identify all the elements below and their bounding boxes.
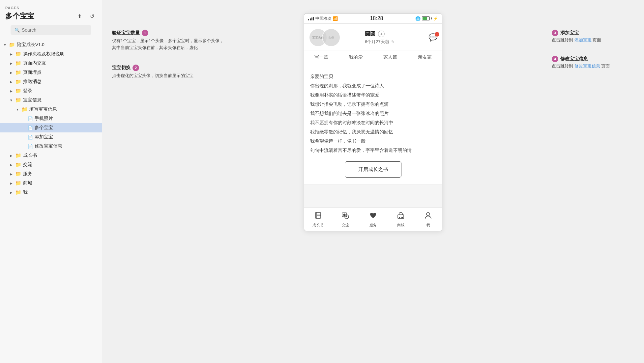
avatar-stack[interactable]: 宝宝头像 头像 bbox=[309, 28, 342, 47]
search-icon: 🔍 bbox=[15, 28, 20, 33]
sidebar-item-root[interactable]: ▼📁陪宝成长V1.0 bbox=[0, 40, 102, 49]
search-input[interactable] bbox=[22, 27, 87, 33]
signal-bar-3 bbox=[311, 17, 312, 20]
add-baby-link[interactable]: 添加宝宝 bbox=[574, 38, 592, 42]
phone-tab-2[interactable]: 家人篇 bbox=[373, 50, 408, 65]
tree-arrow-service[interactable]: ▶ bbox=[9, 172, 14, 176]
annotation-block-2: 宝宝切换 2 点击虚化的宝宝头像，切换当前显示的宝宝 bbox=[112, 65, 224, 79]
nav-item-交流[interactable]: 交流 bbox=[332, 208, 360, 231]
svg-rect-8 bbox=[399, 217, 400, 218]
tree-label-me: 我 bbox=[23, 189, 28, 195]
phone-tab-0[interactable]: 写一章 bbox=[304, 50, 339, 65]
tree-arrow-baby-info[interactable]: ▼ bbox=[9, 98, 14, 102]
right-annotation-text-4: 点击跳转到 修改宝宝信息 页面 bbox=[552, 63, 634, 70]
pages-label: PAGES bbox=[5, 6, 97, 10]
sidebar-item-multi-baby[interactable]: 📄多个宝宝 bbox=[0, 123, 102, 132]
sidebar-title-row: 多个宝宝 ⬆ ↺ bbox=[5, 11, 97, 21]
folder-icon-page-interact: 📁 bbox=[15, 60, 21, 66]
sidebar-item-push[interactable]: ▶📁推送消息 bbox=[0, 77, 102, 86]
annotation-badge-3: 3 bbox=[552, 30, 558, 36]
edit-profile-icon[interactable]: ✎ bbox=[391, 40, 395, 44]
status-left: 中国移动 📶 bbox=[308, 16, 338, 21]
sidebar-item-shop[interactable]: ▶📁商城 bbox=[0, 179, 102, 188]
annotation-label-2: 宝宝切换 bbox=[112, 65, 131, 71]
sidebar-item-page-interact[interactable]: ▶📁页面内交互 bbox=[0, 59, 102, 68]
sidebar-item-fill-info[interactable]: ▼📁填写宝宝信息 bbox=[0, 105, 102, 114]
tree-arrow-shop[interactable]: ▶ bbox=[9, 181, 14, 185]
sidebar-item-exchange[interactable]: ▶📁交流 bbox=[0, 160, 102, 169]
tree-arrow-exchange[interactable]: ▶ bbox=[9, 162, 14, 167]
tree-label-page-interact: 页面内交互 bbox=[23, 60, 46, 66]
poem-line: 我想让指尖飞动，记录下拥有你的点滴 bbox=[310, 99, 436, 109]
tree-arrow-spacer-multi-baby bbox=[21, 126, 26, 130]
refresh-button[interactable]: ↺ bbox=[87, 12, 97, 21]
sidebar-item-me[interactable]: ▶📁我 bbox=[0, 188, 102, 197]
sidebar-item-edit-baby-info[interactable]: 📄修改宝宝信息 bbox=[0, 142, 102, 151]
sidebar-item-growth-book[interactable]: ▶📁成长书 bbox=[0, 151, 102, 160]
nav-icon-我 bbox=[424, 211, 432, 222]
sidebar-item-add-baby[interactable]: 📄添加宝宝 bbox=[0, 132, 102, 142]
export-button[interactable]: ⬆ bbox=[75, 12, 84, 21]
poem-line: 我拒绝零散的记忆，我厌恶无温情的回忆 bbox=[310, 127, 436, 136]
tree-label-growth-book: 成长书 bbox=[23, 153, 37, 158]
sidebar-item-service[interactable]: ▶📁服务 bbox=[0, 169, 102, 179]
phone-frame: 中国移动 📶 18:28 🌐 ⚡ 宝 bbox=[304, 13, 442, 231]
avatar-secondary[interactable]: 头像 bbox=[322, 28, 340, 47]
edit-baby-link[interactable]: 修改宝宝信息 bbox=[574, 64, 600, 69]
tree-arrow-page-track[interactable]: ▶ bbox=[9, 70, 14, 75]
phone-tab-1[interactable]: 我的爱 bbox=[339, 50, 373, 65]
nav-label-商城: 商城 bbox=[397, 223, 404, 228]
folder-icon-me: 📁 bbox=[15, 189, 21, 195]
nav-item-我[interactable]: 我 bbox=[414, 208, 442, 231]
profile-section: 宝宝头像 头像 圆圆 + 6个月27天啦 ✎ bbox=[304, 24, 442, 50]
right-annotation-block-3: 3 添加宝宝 点击跳转到 添加宝宝 页面 bbox=[552, 30, 634, 44]
tree-arrow-push[interactable]: ▶ bbox=[9, 79, 14, 84]
sidebar-tree: ▼📁陪宝成长V1.0▶📁操作流程及权限说明▶📁页面内交互▶📁页面埋点▶📁推送消息… bbox=[0, 40, 102, 363]
folder-icon-page-track: 📁 bbox=[15, 70, 21, 75]
svg-rect-7 bbox=[398, 215, 404, 218]
nav-icon-交流 bbox=[341, 211, 350, 222]
tree-arrow-root[interactable]: ▼ bbox=[3, 42, 7, 47]
annotation-block-1: 验证宝宝数量 1 仅有1个宝宝，显示1个头像，多个宝宝时，显示多个头像，其中当前… bbox=[112, 30, 224, 51]
tree-label-service: 服务 bbox=[23, 171, 32, 177]
nav-item-成长书[interactable]: 成长书 bbox=[304, 208, 332, 231]
message-badge: ! bbox=[435, 32, 439, 37]
wifi-icon: 📶 bbox=[333, 16, 338, 21]
phone-mockup: 中国移动 📶 18:28 🌐 ⚡ 宝 bbox=[304, 13, 442, 231]
nav-label-成长书: 成长书 bbox=[312, 223, 323, 228]
profile-age: 6个月27天啦 ✎ bbox=[365, 39, 395, 45]
age-text: 6个月27天啦 bbox=[365, 39, 389, 45]
tree-arrow-ops[interactable]: ▶ bbox=[9, 52, 14, 56]
sidebar-item-phone-photo[interactable]: 📄手机照片 bbox=[0, 114, 102, 123]
annotation-badge-2: 2 bbox=[132, 65, 139, 71]
right-annotation-title-3: 3 添加宝宝 bbox=[552, 30, 634, 36]
nav-label-交流: 交流 bbox=[342, 223, 349, 228]
add-baby-btn[interactable]: + bbox=[378, 31, 385, 37]
nav-icon-商城 bbox=[396, 211, 405, 222]
start-growth-book-button[interactable]: 开启成长之书 bbox=[345, 161, 401, 178]
tree-arrow-fill-info[interactable]: ▼ bbox=[15, 107, 20, 112]
poem-line: 我希望像诗一样，像书一般 bbox=[310, 136, 436, 146]
tree-label-shop: 商城 bbox=[23, 180, 32, 186]
sidebar-item-baby-info[interactable]: ▼📁宝宝信息 bbox=[0, 96, 102, 105]
sidebar-item-ops[interactable]: ▶📁操作流程及权限说明 bbox=[0, 49, 102, 59]
phone-tab-3[interactable]: 亲友家 bbox=[408, 50, 442, 65]
tree-arrow-page-interact[interactable]: ▶ bbox=[9, 61, 14, 66]
sidebar-item-page-track[interactable]: ▶📁页面埋点 bbox=[0, 68, 102, 77]
signal-bar-4 bbox=[313, 17, 314, 20]
message-btn-wrap[interactable]: 💬 ! bbox=[428, 33, 437, 42]
tree-label-exchange: 交流 bbox=[23, 162, 32, 168]
tree-arrow-growth-book[interactable]: ▶ bbox=[9, 153, 14, 158]
svg-rect-9 bbox=[401, 217, 403, 218]
tree-arrow-me[interactable]: ▶ bbox=[9, 190, 14, 195]
sidebar-item-login[interactable]: ▶📁登录 bbox=[0, 86, 102, 96]
folder-icon-growth-book: 📁 bbox=[15, 153, 21, 158]
right-annotation-text-3: 点击跳转到 添加宝宝 页面 bbox=[552, 37, 634, 44]
folder-icon-ops: 📁 bbox=[15, 51, 21, 57]
nav-item-商城[interactable]: 商城 bbox=[387, 208, 415, 231]
svg-point-6 bbox=[343, 214, 346, 216]
nav-icon-成长书 bbox=[314, 211, 322, 222]
nav-item-服务[interactable]: 服务 bbox=[359, 208, 387, 231]
battery-icon bbox=[422, 16, 430, 20]
tree-arrow-login[interactable]: ▶ bbox=[9, 89, 14, 93]
